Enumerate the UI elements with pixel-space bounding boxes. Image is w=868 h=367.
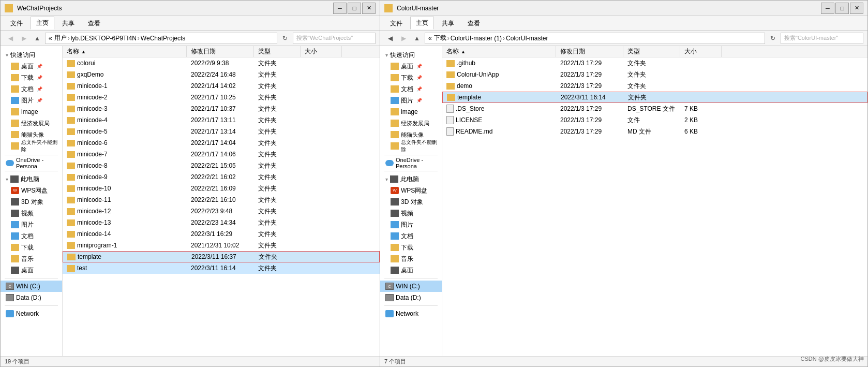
left-col-date[interactable]: 修改日期 [187,46,254,57]
right-sidebar-thispc[interactable]: ▾ 此电脑 [380,173,442,185]
table-row[interactable]: minicode-42022/1/17 13:11文件夹 [63,114,380,126]
right-sidebar-img[interactable]: 图片 [380,219,442,230]
right-path-colorui1[interactable]: ColorUI-master (1) [451,35,502,42]
right-sidebar-documents[interactable]: 文档 📌 [380,83,442,95]
left-address-path[interactable]: « 用户 › lyb.DESKTOP-6P9TI4N › WeChatProje… [45,33,277,44]
right-sidebar-download[interactable]: 下载 📌 [380,72,442,83]
left-sidebar-desktop[interactable]: 桌面 📌 [1,61,62,72]
right-close-btn[interactable]: ✕ [850,3,863,14]
right-refresh-btn[interactable]: ↻ [767,33,779,44]
left-sidebar-documents[interactable]: 文档 📌 [1,83,62,95]
right-forward-btn[interactable]: ▶ [398,33,409,44]
left-tab-view[interactable]: 查看 [82,17,106,30]
left-tab-home[interactable]: 主页 [31,17,54,30]
right-col-name[interactable]: 名称 ▲ [442,46,556,57]
right-back-btn[interactable]: ◀ [384,33,396,44]
left-back-btn[interactable]: ◀ [5,33,16,44]
right-sidebar-music[interactable]: 音乐 [380,253,442,265]
left-tab-share[interactable]: 共享 [56,17,80,30]
table-row[interactable]: .github2022/1/3 17:29文件夹 [442,57,867,69]
left-up-btn[interactable]: ▲ [32,33,43,44]
table-row[interactable]: minicode-32022/1/17 10:37文件夹 [63,103,380,114]
right-sidebar-desktop[interactable]: 桌面 📌 [380,61,442,72]
table-row[interactable]: minicode-22022/1/17 10:25文件夹 [63,92,380,103]
left-col-name[interactable]: 名称 ▲ [63,46,187,57]
right-sidebar-3d[interactable]: 3D 对象 [380,196,442,208]
right-tab-home[interactable]: 主页 [410,17,434,30]
table-row[interactable]: .DS_Store2022/1/3 17:29DS_STORE 文件7 KB [442,103,867,114]
left-search-box[interactable]: 搜索"WeChatProjects" [293,33,376,44]
table-row[interactable]: minicode-12022/1/14 14:02文件夹 [63,80,380,92]
table-row[interactable]: minicode-112022/2/21 16:10文件夹 [63,194,380,205]
left-sidebar-video[interactable]: 视频 [1,208,62,219]
left-path-user[interactable]: 用户 [54,34,67,42]
right-sidebar-winc[interactable]: C WIN (C:) [380,281,442,292]
left-sidebar-datad[interactable]: Data (D:) [1,292,62,303]
left-tab-file[interactable]: 文件 [5,17,28,30]
right-up-btn[interactable]: ▲ [411,33,423,44]
left-sidebar-music[interactable]: 音乐 [1,253,62,265]
table-row[interactable]: minicode-62022/1/17 14:04文件夹 [63,137,380,149]
table-row[interactable]: minicode-92022/2/21 16:02文件夹 [63,171,380,183]
left-sidebar-img[interactable]: 图片 [1,219,62,230]
right-sidebar-jingji[interactable]: 经济发展局 [380,118,442,129]
left-sidebar-dl[interactable]: 下载 [1,242,62,253]
table-row[interactable]: template2022/3/11 16:37文件夹 [63,251,380,262]
right-sidebar-total[interactable]: 总文件夹不能删除 [380,140,442,152]
left-sidebar-doc[interactable]: 文档 [1,230,62,242]
right-tab-view[interactable]: 查看 [462,17,486,30]
right-path-colorui[interactable]: ColorUI-master [506,35,548,42]
right-address-path[interactable]: « 下载 › ColorUI-master (1) › ColorUI-mast… [425,33,765,44]
right-sidebar-desktop2[interactable]: 桌面 [380,265,442,276]
right-col-date[interactable]: 修改日期 [556,46,623,57]
table-row[interactable]: LICENSE2022/1/3 17:29文件2 KB [442,114,867,126]
table-row[interactable]: minicode-82022/2/21 15:05文件夹 [63,160,380,171]
table-row[interactable]: minicode-142022/3/1 16:29文件夹 [63,228,380,240]
right-sidebar-dl[interactable]: 下载 [380,242,442,253]
left-sidebar-network[interactable]: Network [1,308,62,319]
table-row[interactable]: minicode-52022/1/17 13:14文件夹 [63,126,380,137]
right-sidebar-network[interactable]: Network [380,308,442,319]
right-maximize-btn[interactable]: □ [835,3,849,14]
left-sidebar-desktop2[interactable]: 桌面 [1,265,62,276]
right-sidebar-image[interactable]: image [380,106,442,118]
left-path-desktop[interactable]: lyb.DESKTOP-6P9TI4N [71,35,137,42]
table-row[interactable]: minicode-72022/1/17 14:06文件夹 [63,149,380,160]
right-sidebar-datad[interactable]: Data (D:) [380,292,442,303]
left-sidebar-image[interactable]: image [1,106,62,118]
left-sidebar-download[interactable]: 下载 📌 [1,72,62,83]
table-row[interactable]: template2022/3/11 16:14文件夹 [442,92,867,103]
left-sidebar-3d[interactable]: 3D 对象 [1,196,62,208]
table-row[interactable]: test2022/3/11 16:14文件夹 [63,262,380,274]
right-tab-file[interactable]: 文件 [384,17,408,30]
table-row[interactable]: Colorui-UniApp2022/1/3 17:29文件夹 [442,69,867,80]
left-maximize-btn[interactable]: □ [348,3,361,14]
left-sidebar-onedrive[interactable]: OneDrive - Persona [1,157,62,169]
right-sidebar-video[interactable]: 视频 [380,208,442,219]
left-forward-btn[interactable]: ▶ [18,33,29,44]
left-sidebar-winc[interactable]: C WIN (C:) [1,281,62,292]
right-path-download[interactable]: 下载 [434,34,446,42]
left-sidebar-thispc[interactable]: ▾ 此电脑 [1,173,62,185]
table-row[interactable]: minicode-102022/2/21 16:09文件夹 [63,183,380,194]
table-row[interactable]: colorui2022/2/9 9:38文件夹 [63,57,380,69]
left-sidebar-wps[interactable]: W WPS网盘 [1,185,62,196]
right-sidebar-onedrive[interactable]: OneDrive - Persona [380,157,442,169]
table-row[interactable]: minicode-122022/2/23 9:48文件夹 [63,205,380,217]
right-tab-share[interactable]: 共享 [436,17,460,30]
left-close-btn[interactable]: ✕ [362,3,376,14]
right-sidebar-pictures[interactable]: 图片 📌 [380,95,442,106]
left-sidebar-total[interactable]: 总文件夹不能删除 [1,140,62,152]
right-col-size[interactable]: 大小 [680,46,722,57]
right-pc-segment[interactable]: « [428,35,432,42]
table-row[interactable]: minicode-132022/2/23 14:34文件夹 [63,217,380,228]
table-row[interactable]: README.md2022/1/3 17:29MD 文件6 KB [442,126,867,137]
left-minimize-btn[interactable]: ─ [333,3,347,14]
left-pc-segment[interactable]: « [49,35,52,42]
right-search-box[interactable]: 搜索"ColorUI-master" [781,33,863,44]
right-col-type[interactable]: 类型 [623,46,680,57]
left-refresh-btn[interactable]: ↻ [279,33,291,44]
left-col-type[interactable]: 类型 [254,46,301,57]
right-sidebar-doc[interactable]: 文档 [380,230,442,242]
left-sidebar-jingji[interactable]: 经济发展局 [1,118,62,129]
